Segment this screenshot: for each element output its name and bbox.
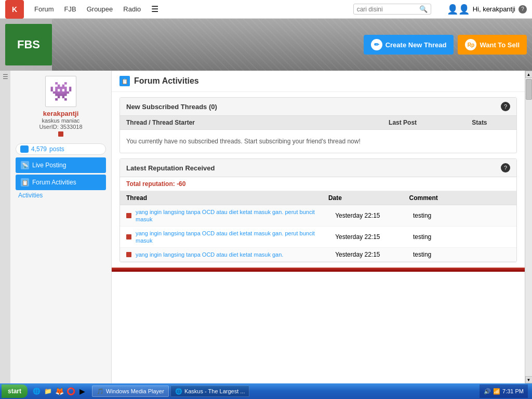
- start-button[interactable]: start: [2, 384, 28, 398]
- taskbar-chrome-icon[interactable]: ⭕: [66, 387, 75, 396]
- rep-col-date: Date: [328, 194, 409, 202]
- scroll-down-arrow[interactable]: ▼: [525, 376, 533, 383]
- username[interactable]: kerakpantji: [43, 110, 79, 117]
- live-posting-icon: 📡: [21, 161, 29, 169]
- reputation-table-header: Thread Date Comment: [120, 191, 516, 205]
- reputation-header: Latest Reputation Received ?: [120, 159, 516, 177]
- user-greeting: Hi, kerakpantji: [473, 5, 515, 13]
- forum-activities-header-icon: 📋: [119, 76, 130, 86]
- red-separator-bar: [112, 268, 525, 272]
- nav-groupee[interactable]: Groupee: [87, 5, 113, 13]
- hamburger-icon[interactable]: ☰: [151, 4, 158, 14]
- help-icon[interactable]: ?: [518, 5, 527, 14]
- rep-comment: testing: [413, 233, 510, 241]
- rep-negative-indicator: [126, 213, 131, 218]
- subscribed-threads-section: New Subscribed Threads (0) ? Thread / Th…: [119, 97, 517, 153]
- search-input[interactable]: [357, 6, 419, 13]
- subscribed-help-icon[interactable]: ?: [501, 102, 510, 111]
- kaskus-logo[interactable]: K: [5, 0, 24, 19]
- banner-actions: ✏ Create New Thread Rp Want To Sell: [364, 19, 527, 71]
- main-layout: ☰ 👾 kerakpantji kaskus maniac UserID: 35…: [0, 71, 532, 383]
- taskbar-quick-launch: 🌐 📁 🦊 ⭕ ▶: [32, 387, 87, 396]
- rep-comment: testing: [413, 212, 510, 219]
- nav-fjb[interactable]: FJB: [64, 5, 76, 13]
- user-info: 👤👤 Hi, kerakpantji ?: [447, 4, 527, 15]
- subscribed-threads-title: New Subscribed Threads (0): [126, 103, 217, 111]
- taskbar-kaskus[interactable]: 🌐 Kaskus - The Largest ...: [170, 385, 250, 397]
- user-rank: kaskus maniac: [42, 117, 80, 124]
- top-navigation: K Forum FJB Groupee Radio ☰ 🔍 👤👤 Hi, ker…: [0, 0, 532, 19]
- rep-thread-link[interactable]: yang ingin langsing tanpa OCD atau diet …: [136, 209, 315, 222]
- taskbar-ff-icon[interactable]: 🦊: [55, 387, 64, 396]
- taskbar-programs: 🎵 Windows Media Player 🌐 Kaskus - The La…: [92, 385, 249, 397]
- taskbar-media-icon[interactable]: ▶: [77, 387, 87, 396]
- posts-bubble-icon: [20, 145, 29, 153]
- reputation-row: yang ingin langsing tanpa OCD atau diet …: [120, 205, 516, 227]
- kaskus-taskbar-icon: 🌐: [175, 388, 182, 395]
- activities-link[interactable]: Activities: [16, 192, 106, 199]
- fbs-logo: FBS: [5, 24, 52, 65]
- reputation-row: yang ingin langsing tanpa OCD atau diet …: [120, 248, 516, 262]
- taskbar: start 🌐 📁 🦊 ⭕ ▶ 🎵 Windows Media Player 🌐…: [0, 383, 532, 399]
- reputation-row: yang ingin langsing tanpa OCD atau diet …: [120, 227, 516, 248]
- user-avatar-icon: 👤👤: [447, 4, 470, 15]
- col-stats-header: Stats: [449, 119, 510, 126]
- taskbar-ie-icon[interactable]: 🌐: [32, 387, 41, 396]
- banner: FBS ✏ Create New Thread Rp Want To Sell: [0, 19, 532, 71]
- total-reputation: Total reputation: -60: [120, 177, 516, 191]
- col-thread-header: Thread / Thread Starter: [126, 119, 356, 126]
- scroll-track: [525, 78, 532, 376]
- nav-radio[interactable]: Radio: [123, 5, 141, 13]
- want-to-sell-button[interactable]: Rp Want To Sell: [458, 35, 527, 55]
- sidebar-toggle[interactable]: ☰: [0, 71, 10, 383]
- rp-icon: Rp: [465, 39, 476, 50]
- col-lastpost-header: Last Post: [356, 119, 448, 126]
- taskbar-time: 7:31 PM: [502, 388, 524, 394]
- rep-negative-indicator: [126, 234, 131, 240]
- pencil-icon: ✏: [371, 39, 382, 50]
- sidebar-item-live-posting[interactable]: 📡 Live Posting: [16, 157, 106, 173]
- sidebar-item-forum-activities[interactable]: 📋 Forum Activities: [16, 175, 106, 190]
- rep-date: Yesterday 22:15: [335, 233, 413, 241]
- rep-thread-link[interactable]: yang ingin langsing tanpa OCD atau diet …: [136, 230, 315, 244]
- reputation-title: Latest Reputation Received: [126, 164, 215, 172]
- posts-count-badge[interactable]: 4,579 posts: [16, 143, 106, 155]
- page-header: 📋 Forum Activities: [112, 71, 525, 92]
- taskbar-right: 🔊 📶 7:31 PM: [480, 384, 532, 398]
- taskbar-wmplayer[interactable]: 🎵 Windows Media Player: [92, 385, 169, 397]
- rep-negative-indicator: [126, 252, 131, 257]
- content-area: 📋 Forum Activities New Subscribed Thread…: [112, 71, 525, 383]
- rep-col-comment: Comment: [409, 194, 510, 202]
- avatar: 👾: [45, 76, 76, 107]
- scroll-up-arrow[interactable]: ▲: [525, 71, 533, 78]
- avatar-area: 👾 kerakpantji kaskus maniac UserID: 3533…: [16, 76, 106, 138]
- user-status-dot: [58, 131, 63, 137]
- rep-date: Yesterday 22:15: [335, 212, 413, 219]
- rep-comment: testing: [413, 251, 510, 258]
- create-new-thread-button[interactable]: ✏ Create New Thread: [364, 35, 454, 55]
- reputation-value: -60: [177, 180, 185, 188]
- rep-date: Yesterday 22:15: [335, 251, 413, 258]
- subscribed-empty-message: You currently have no subscribed threads…: [120, 130, 516, 153]
- rep-thread-link[interactable]: yang ingin langsing tanpa OCD atau diet …: [136, 251, 283, 258]
- reputation-section: Latest Reputation Received ? Total reput…: [119, 158, 517, 262]
- system-tray: 🔊 📶 7:31 PM: [480, 384, 528, 398]
- nav-forum[interactable]: Forum: [34, 5, 54, 13]
- scroll-thumb[interactable]: [526, 79, 532, 100]
- subscribed-table-header: Thread / Thread Starter Last Post Stats: [120, 116, 516, 130]
- reputation-help-icon[interactable]: ?: [501, 163, 510, 172]
- user-id: UserID: 3533018: [39, 124, 82, 130]
- right-scrollbar: ▲ ▼: [525, 71, 532, 383]
- forum-activities-icon: 📋: [21, 178, 29, 187]
- page-title: Forum Activities: [134, 76, 199, 86]
- search-icon[interactable]: 🔍: [419, 5, 428, 13]
- wmplayer-icon: 🎵: [97, 388, 104, 395]
- search-bar: 🔍: [353, 4, 431, 15]
- tray-network-icon: 🔊: [484, 388, 491, 395]
- rep-col-thread: Thread: [126, 194, 328, 202]
- sidebar: 👾 kerakpantji kaskus maniac UserID: 3533…: [10, 71, 112, 383]
- start-label: start: [8, 388, 21, 395]
- tray-volume-icon: 📶: [493, 388, 500, 395]
- taskbar-explorer-icon[interactable]: 📁: [43, 387, 52, 396]
- subscribed-threads-header: New Subscribed Threads (0) ?: [120, 98, 516, 116]
